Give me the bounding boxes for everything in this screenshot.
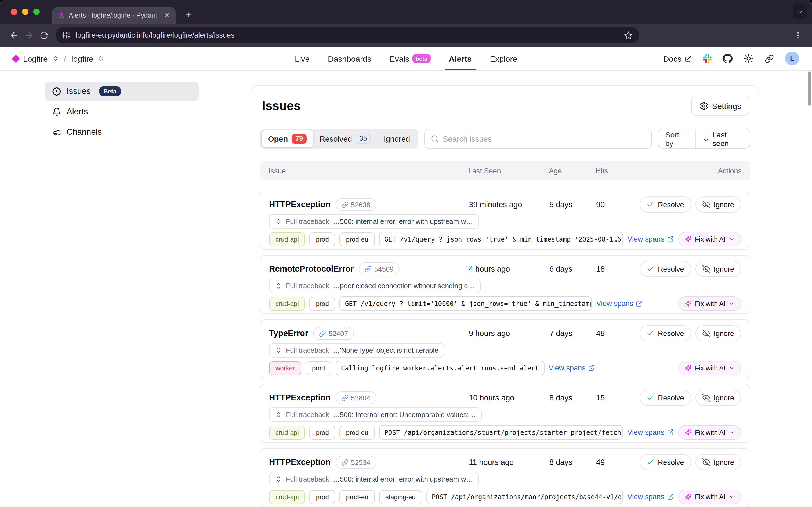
github-icon[interactable] (723, 54, 733, 63)
tab-search-chevron-icon[interactable] (793, 4, 807, 19)
issue-title[interactable]: TypeError (269, 329, 308, 338)
fix-with-ai-button[interactable]: Fix with AI (678, 425, 741, 440)
check-icon (647, 394, 654, 401)
search-input[interactable] (443, 134, 646, 143)
org-selector[interactable]: Logfire (23, 54, 48, 63)
tag-chip: crud-api (269, 426, 305, 439)
tab-close-icon[interactable]: ✕ (162, 11, 171, 20)
close-window-button[interactable] (11, 9, 17, 15)
ignore-button[interactable]: Ignore (695, 196, 741, 213)
view-spans-link[interactable]: View spans (596, 299, 643, 307)
theme-toggle-sun-icon[interactable] (744, 54, 753, 63)
eye-off-icon (702, 330, 710, 337)
external-link-icon (667, 429, 674, 436)
issue-title[interactable]: RemoteProtocolError (269, 264, 354, 274)
fix-with-ai-button[interactable]: Fix with AI (678, 490, 741, 504)
new-tab-button[interactable]: + (182, 9, 195, 21)
forward-button[interactable] (21, 27, 37, 43)
issues-beta-badge: Beta (99, 87, 121, 96)
filter-tab-open[interactable]: Open 79 (262, 130, 313, 147)
view-spans-link[interactable]: View spans (549, 364, 595, 372)
issue-id-pill[interactable]: 52804 (335, 391, 376, 404)
tab-title: Alerts · logfire/logfire · Pydant (69, 11, 162, 19)
full-traceback-chip[interactable]: Full traceback …500: Internal error: Unc… (269, 407, 482, 422)
issue-title[interactable]: HTTPException (269, 200, 331, 209)
check-icon (647, 265, 654, 273)
nav-tab-evals[interactable]: Evalsbeta (390, 47, 431, 70)
issue-row: HTTPException 52804 10 hours ago 8 days … (260, 384, 750, 443)
ignore-button[interactable]: Ignore (695, 261, 741, 277)
fix-with-ai-button[interactable]: Fix with AI (678, 361, 741, 375)
share-link-icon[interactable] (765, 54, 774, 63)
link-icon (319, 330, 326, 337)
full-traceback-chip[interactable]: Full traceback …peer closed connection w… (269, 279, 480, 293)
filter-tab-ignored[interactable]: Ignored (377, 130, 417, 147)
docs-link[interactable]: Docs (663, 54, 692, 63)
url-text[interactable]: logfire-eu.pydantic.info/logfire/logfire… (76, 31, 619, 39)
issue-id: 52804 (351, 394, 370, 402)
nav-tab-live[interactable]: Live (295, 47, 310, 70)
user-avatar[interactable]: L (785, 52, 799, 65)
nav-tab-dashboards[interactable]: Dashboards (328, 47, 371, 70)
nav-tab-alerts[interactable]: Alerts (449, 47, 472, 70)
resolve-button[interactable]: Resolve (640, 454, 691, 470)
issue-hits: 90 (596, 200, 640, 209)
evals-beta-badge: beta (413, 54, 430, 63)
issue-hits: 15 (596, 393, 640, 402)
issue-title[interactable]: HTTPException (269, 457, 331, 467)
issue-id-pill[interactable]: 52407 (313, 327, 354, 340)
site-settings-icon[interactable] (62, 31, 70, 39)
url-bar[interactable]: logfire-eu.pydantic.info/logfire/logfire… (56, 27, 639, 44)
ignore-button[interactable]: Ignore (695, 325, 741, 341)
full-traceback-chip[interactable]: Full traceback …'NoneType' object is not… (269, 343, 444, 357)
project-selector[interactable]: logfire (71, 54, 94, 63)
issue-title[interactable]: HTTPException (269, 393, 331, 403)
scrollbar-thumb[interactable] (808, 71, 811, 106)
sidebar-item-alerts[interactable]: Alerts (45, 102, 199, 121)
ignore-button[interactable]: Ignore (695, 454, 741, 470)
filter-tab-resolved[interactable]: Resolved 35 (313, 130, 377, 147)
resolve-button[interactable]: Resolve (640, 390, 691, 406)
maximize-window-button[interactable] (33, 9, 40, 15)
browser-tab[interactable]: Alerts · logfire/logfire · Pydant ✕ (52, 7, 176, 23)
browser-menu-icon[interactable] (791, 27, 806, 43)
back-button[interactable] (6, 27, 21, 43)
bookmark-star-icon[interactable] (624, 31, 633, 40)
view-spans-link[interactable]: View spans (627, 428, 674, 436)
page: Alerts · logfire/logfire · Pydant ✕ + lo… (0, 0, 812, 507)
traceback-message: …peer closed connection without sending … (333, 282, 475, 290)
reload-button[interactable] (37, 27, 52, 43)
org-selector-chevrons-icon[interactable] (52, 55, 59, 62)
full-traceback-chip[interactable]: Full traceback …500: internal error: err… (269, 214, 479, 229)
view-spans-link[interactable]: View spans (627, 235, 674, 243)
tag-chip: prod (310, 490, 335, 504)
issue-id-pill[interactable]: 52534 (335, 456, 376, 469)
ignore-button[interactable]: Ignore (695, 390, 741, 406)
resolve-button[interactable]: Resolve (640, 261, 691, 277)
page-title: Issues (262, 99, 301, 113)
span-code-chip: GET /v1/query ? json_rows='true' & min_t… (379, 232, 623, 246)
sidebar-item-issues[interactable]: Issues Beta (45, 81, 199, 101)
link-icon (364, 266, 371, 272)
column-issue: Issue (269, 167, 468, 175)
fix-with-ai-button[interactable]: Fix with AI (678, 232, 741, 246)
full-traceback-label: Full traceback (286, 411, 329, 419)
sidebar-item-channels[interactable]: Channels (45, 122, 199, 142)
resolve-button[interactable]: Resolve (640, 196, 691, 213)
fix-with-ai-button[interactable]: Fix with AI (678, 296, 741, 311)
slack-icon[interactable] (703, 54, 712, 63)
traceback-message: …500: Internal error: Uncomparable value… (333, 411, 476, 419)
resolve-button[interactable]: Resolve (640, 325, 691, 341)
issue-last-seen: 9 hours ago (469, 329, 549, 338)
nav-tab-explore[interactable]: Explore (490, 47, 517, 70)
tag-chip: prod (306, 361, 331, 375)
view-spans-link[interactable]: View spans (627, 493, 674, 501)
issues-panel: Issues Settings Open 79 Resolved (251, 86, 759, 507)
project-selector-chevrons-icon[interactable] (98, 55, 104, 62)
full-traceback-chip[interactable]: Full traceback …500: internal error: err… (269, 472, 479, 486)
settings-button[interactable]: Settings (691, 96, 749, 116)
issue-id-pill[interactable]: 54509 (359, 263, 399, 275)
issue-id-pill[interactable]: 52638 (335, 198, 376, 211)
minimize-window-button[interactable] (22, 9, 29, 15)
sort-value-button[interactable]: Last seen (696, 129, 750, 148)
